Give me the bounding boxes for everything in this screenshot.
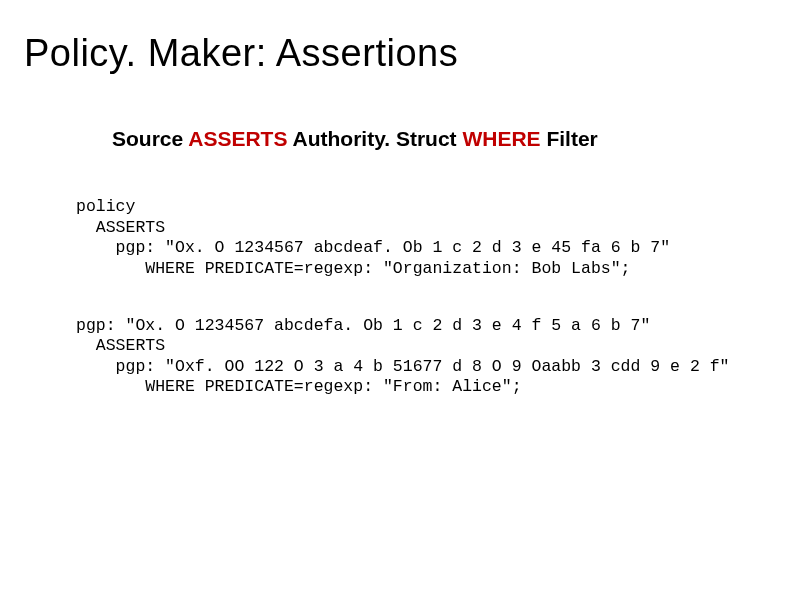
code-example-1: policy ASSERTS pgp: "Ox. O 1234567 abcde…	[76, 197, 776, 280]
syntax-filter: Filter	[546, 127, 597, 150]
syntax-asserts-keyword: ASSERTS	[183, 127, 292, 150]
syntax-authority: Authority. Struct	[293, 127, 457, 150]
syntax-source: Source	[112, 127, 183, 150]
syntax-where-keyword: WHERE	[457, 127, 547, 150]
slide: Policy. Maker: Assertions Source ASSERTS…	[0, 0, 800, 600]
slide-title: Policy. Maker: Assertions	[24, 32, 776, 75]
code-example-2: pgp: "Ox. O 1234567 abcdefa. Ob 1 c 2 d …	[76, 316, 776, 399]
syntax-definition: Source ASSERTS Authority. Struct WHERE F…	[112, 127, 776, 151]
